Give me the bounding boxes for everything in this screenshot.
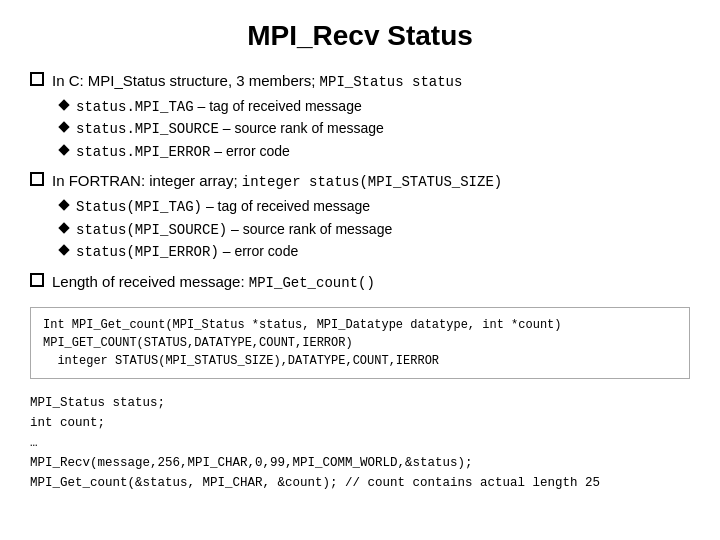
sub-bullet-1-1: status.MPI_TAG – tag of received message xyxy=(60,97,690,118)
bullet-3-text: Length of received message: MPI_Get_coun… xyxy=(52,271,375,294)
bullet-3-normal: Length of received message: xyxy=(52,273,249,290)
sub-bullet-2-2-text: status(MPI_SOURCE) – source rank of mess… xyxy=(76,220,392,241)
page-title: MPI_Recv Status xyxy=(30,20,690,52)
sub-bullet-2-1: Status(MPI_TAG) – tag of received messag… xyxy=(60,197,690,218)
code-snippet: MPI_Status status; int count; … MPI_Recv… xyxy=(30,393,690,493)
snippet-line-4: MPI_Recv(message,256,MPI_CHAR,0,99,MPI_C… xyxy=(30,453,690,473)
snippet-line-2: int count; xyxy=(30,413,690,433)
diamond-icon xyxy=(58,122,69,133)
bullet-3-mono: MPI_Get_count() xyxy=(249,275,375,291)
bullet-1: In C: MPI_Status structure, 3 members; M… xyxy=(30,70,690,162)
sub-bullet-1-2: status.MPI_SOURCE – source rank of messa… xyxy=(60,119,690,140)
code-box-line-3: integer STATUS(MPI_STATUS_SIZE),DATATYPE… xyxy=(43,352,677,370)
bullet-1-subs: status.MPI_TAG – tag of received message… xyxy=(60,97,690,163)
sub-bullet-2-1-text: Status(MPI_TAG) – tag of received messag… xyxy=(76,197,370,218)
sub-bullet-1-3-text: status.MPI_ERROR – error code xyxy=(76,142,290,163)
sub-bullet-2-2: status(MPI_SOURCE) – source rank of mess… xyxy=(60,220,690,241)
diamond-icon xyxy=(58,99,69,110)
snippet-line-3: … xyxy=(30,433,690,453)
bullet-1-text: In C: MPI_Status structure, 3 members; M… xyxy=(52,70,462,93)
sub-bullet-2-3-text: status(MPI_ERROR) – error code xyxy=(76,242,298,263)
bullet-2-normal: In FORTRAN: integer array; xyxy=(52,172,242,189)
bullet-3-square xyxy=(30,273,44,287)
sub-bullet-1-1-text: status.MPI_TAG – tag of received message xyxy=(76,97,362,118)
snippet-line-1: MPI_Status status; xyxy=(30,393,690,413)
bullet-1-normal: In C: MPI_Status structure, 3 members; xyxy=(52,72,320,89)
diamond-icon xyxy=(58,244,69,255)
bullet-1-mono: MPI_Status status xyxy=(320,74,463,90)
sub-bullet-1-2-text: status.MPI_SOURCE – source rank of messa… xyxy=(76,119,384,140)
code-box-line-1: Int MPI_Get_count(MPI_Status *status, MP… xyxy=(43,316,677,334)
code-box: Int MPI_Get_count(MPI_Status *status, MP… xyxy=(30,307,690,379)
code-box-line-2: MPI_GET_COUNT(STATUS,DATATYPE,COUNT,IERR… xyxy=(43,334,677,352)
bullet-3: Length of received message: MPI_Get_coun… xyxy=(30,271,690,294)
sub-bullet-2-3: status(MPI_ERROR) – error code xyxy=(60,242,690,263)
bullet-2-mono: integer status(MPI_STATUS_SIZE) xyxy=(242,174,502,190)
diamond-icon xyxy=(58,144,69,155)
bullet-2-subs: Status(MPI_TAG) – tag of received messag… xyxy=(60,197,690,263)
diamond-icon xyxy=(58,199,69,210)
bullet-2: In FORTRAN: integer array; integer statu… xyxy=(30,170,690,262)
snippet-line-5: MPI_Get_count(&status, MPI_CHAR, &count)… xyxy=(30,473,690,493)
content-area: In C: MPI_Status structure, 3 members; M… xyxy=(30,70,690,493)
diamond-icon xyxy=(58,222,69,233)
bullet-2-square xyxy=(30,172,44,186)
sub-bullet-1-3: status.MPI_ERROR – error code xyxy=(60,142,690,163)
bullet-2-text: In FORTRAN: integer array; integer statu… xyxy=(52,170,502,193)
bullet-1-square xyxy=(30,72,44,86)
